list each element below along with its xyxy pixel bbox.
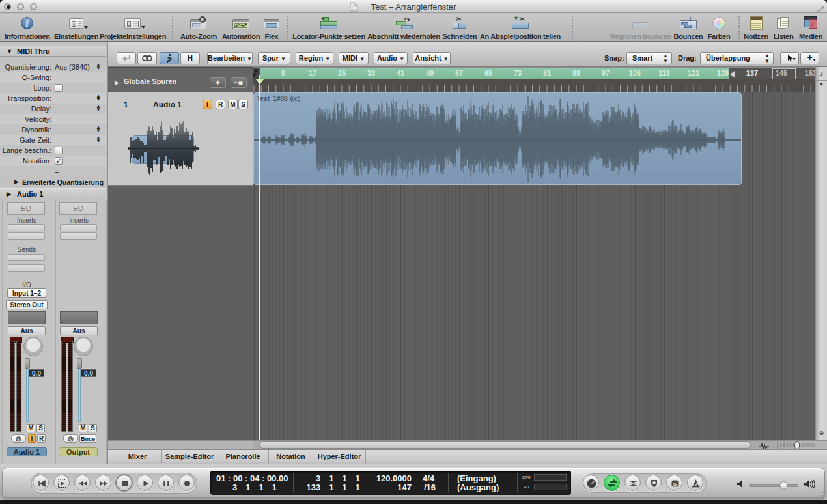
svg-text:S: S [673,481,677,487]
